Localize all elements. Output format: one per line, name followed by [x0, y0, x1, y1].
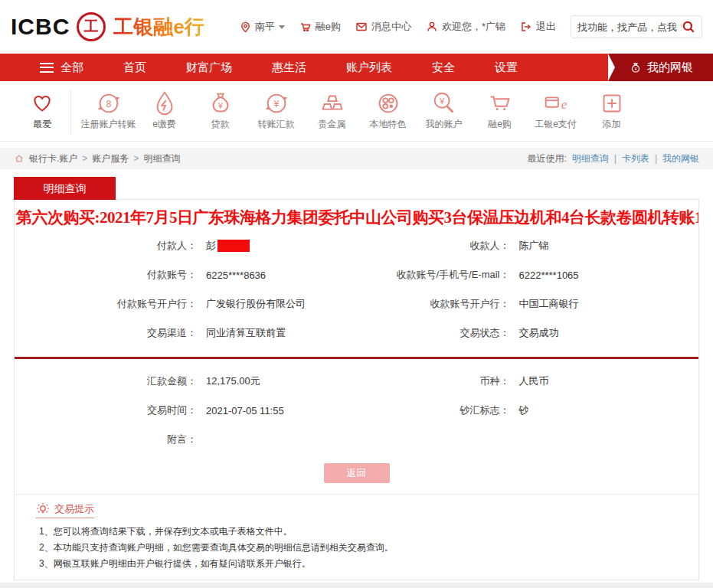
field-value: 2021-07-05 11:55 — [206, 405, 284, 416]
icbc-wordmark: ICBC — [11, 14, 70, 40]
svg-text:¥: ¥ — [634, 67, 637, 71]
quick-item-transfer-remit[interactable]: ¥ 转账汇款 — [248, 89, 304, 141]
nav-wealth-plaza[interactable]: 财富广场 — [166, 54, 252, 81]
recent-link-detail-query[interactable]: 明细查询 — [572, 152, 609, 165]
search-icon[interactable] — [682, 20, 695, 34]
nav-home[interactable]: 首页 — [103, 54, 166, 81]
message-center-label: 消息中心 — [371, 20, 411, 34]
field-value: 同业清算互联前置 — [206, 326, 286, 340]
search-box — [571, 15, 702, 38]
recently-used-label: 最近使用: — [527, 152, 566, 165]
svg-text:8: 8 — [106, 99, 111, 109]
quick-item-icbc-epay[interactable]: e 工银e支付 — [528, 89, 584, 141]
chevron-down-icon — [279, 25, 285, 32]
field-payee: 收款人： 陈广锦 — [357, 231, 699, 260]
quick-item-precious-metal[interactable]: 贵金属 — [304, 89, 360, 141]
welcome-label: 欢迎您，*广锦 — [442, 20, 505, 34]
quick-item-label: 融e购 — [472, 119, 528, 130]
welcome-user[interactable]: 欢迎您，*广锦 — [426, 20, 505, 34]
redacted-name-block — [217, 240, 250, 252]
money-bag-icon: ¥ — [206, 89, 235, 118]
tips-header: 交易提示 — [36, 502, 94, 518]
header-links: 南平 融e购 消息中心 欢迎您，*广锦 退出 — [240, 15, 702, 38]
my-ebank-button[interactable]: ¥ 我的网银 — [608, 54, 713, 81]
recently-used: 最近使用: 明细查询 | 卡列表 | 我的网银 — [527, 152, 699, 165]
field-value: 6222****1065 — [519, 270, 579, 281]
breadcrumb-bank-card-account[interactable]: 银行卡.账户 — [29, 152, 77, 165]
logout-link[interactable]: 退出 — [520, 20, 556, 34]
quick-item-add[interactable]: 添加 — [584, 89, 639, 141]
nav-account-list[interactable]: 账户列表 — [326, 54, 412, 81]
tips-title: 交易提示 — [54, 502, 94, 516]
field-label: 收款人： — [357, 239, 510, 253]
gold-bars-icon — [318, 89, 347, 118]
main-nav: 全部 首页 财富广场 惠生活 账户列表 安全 设置 ¥ 我的网银 — [0, 54, 713, 81]
user-icon — [426, 21, 438, 33]
tab-bar: 明细查询 — [14, 177, 699, 200]
quick-item-label: 本地特色 — [360, 119, 416, 130]
annotation-banner: 第六次购买:2021年7月5日广东珠海格力集团委托中山公司购买3台保温压边机和4… — [15, 200, 698, 231]
dots-circle-icon — [374, 89, 403, 118]
message-center-link[interactable]: 消息中心 — [355, 20, 411, 34]
logout-label: 退出 — [536, 20, 556, 34]
quick-item-register-transfer[interactable]: 8 注册账户转账 — [80, 89, 136, 141]
nav-security[interactable]: 安全 — [412, 54, 475, 81]
field-memo: 附言： — [15, 425, 357, 454]
field-value: 6225****8636 — [206, 270, 266, 281]
field-value: 广发银行股份有限公司 — [206, 297, 306, 311]
detail-panel: 第六次购买:2021年7月5日广东珠海格力集团委托中山公司购买3台保温压边机和4… — [14, 200, 699, 580]
field-label: 付款账号： — [15, 268, 197, 282]
recent-link-card-list[interactable]: 卡列表 — [622, 152, 649, 165]
field-label: 付款人： — [15, 239, 197, 253]
nav-label: 账户列表 — [346, 60, 392, 75]
tips-list: 1、您可以将查询结果下载，并保存到文本或电子表格文件中。 2、本功能只支持查询账… — [36, 524, 686, 572]
transfer-cycle-icon: 8 — [94, 89, 123, 118]
tip-item: 2、本功能只支持查询账户明细，如您需要查询具体交易的明细信息请到相关交易查询。 — [36, 540, 686, 556]
quick-item-epayment[interactable]: e缴费 — [136, 89, 192, 141]
money-bag-icon: ¥ — [630, 61, 642, 74]
field-label: 币种： — [357, 374, 510, 388]
breadcrumb-account-services[interactable]: 账户服务 — [92, 152, 129, 165]
field-currency: 币种： 人民币 — [357, 367, 699, 396]
svg-text:¥: ¥ — [273, 99, 279, 109]
nav-settings[interactable]: 设置 — [475, 54, 538, 81]
quick-item-loan[interactable]: ¥ 贷款 — [192, 89, 248, 141]
pipe-separator: | — [614, 153, 617, 164]
nav-all[interactable]: 全部 — [20, 54, 103, 81]
svg-text:e: e — [561, 97, 567, 112]
home-icon — [14, 153, 25, 164]
field-value: 中国工商银行 — [519, 297, 579, 311]
yuan-cycle-icon: ¥ — [262, 89, 291, 118]
detail-grid-top: 付款人： 彭 收款人： 陈广锦 付款账号： 6225****8636 收款账号/… — [15, 231, 698, 348]
search-yuan-icon: ¥ — [430, 89, 459, 118]
search-input[interactable] — [577, 21, 682, 33]
nav-label: 首页 — [123, 60, 146, 75]
quick-item-rong-e-gou[interactable]: 融e购 — [472, 89, 528, 141]
tip-item: 1、您可以将查询结果下载，并保存到文本或电子表格文件中。 — [36, 524, 686, 540]
back-button[interactable]: 返回 — [324, 463, 390, 483]
lightbulb-icon — [36, 502, 50, 516]
svg-text:¥: ¥ — [438, 96, 444, 106]
field-label: 收款账号/手机号/E-mail： — [357, 268, 510, 282]
tab-detail-query[interactable]: 明细查询 — [14, 177, 116, 200]
nav-hui-life[interactable]: 惠生活 — [252, 54, 326, 81]
quick-item-favorites[interactable]: 最爱 — [18, 89, 66, 141]
quick-item-my-account[interactable]: ¥ 我的账户 — [416, 89, 472, 141]
field-channel: 交易渠道： 同业清算互联前置 — [15, 318, 357, 348]
top-header: ICBC 工 工银融e行 南平 融e购 消息中心 欢迎您，*广锦 退出 — [0, 0, 713, 54]
quick-item-label: e缴费 — [136, 119, 192, 130]
nav-label: 安全 — [432, 60, 455, 75]
quick-item-label: 添加 — [584, 119, 639, 130]
field-value: 12,175.00元 — [206, 374, 260, 388]
recent-link-my-ebank[interactable]: 我的网银 — [662, 152, 699, 165]
location-selector[interactable]: 南平 — [240, 20, 285, 34]
plus-box-icon — [597, 89, 626, 118]
cart-icon — [486, 89, 515, 118]
card-e-icon: e — [541, 89, 571, 118]
quick-item-local-features[interactable]: 本地特色 — [360, 89, 416, 141]
breadcrumb-bar: 银行卡.账户 > 账户服务 > 明细查询 最近使用: 明细查询 | 卡列表 | … — [0, 148, 713, 169]
hamburger-menu-icon — [40, 63, 54, 73]
field-label: 钞汇标志： — [357, 403, 510, 417]
cart-link[interactable]: 融e购 — [299, 20, 341, 34]
field-label: 交易状态： — [357, 326, 510, 340]
